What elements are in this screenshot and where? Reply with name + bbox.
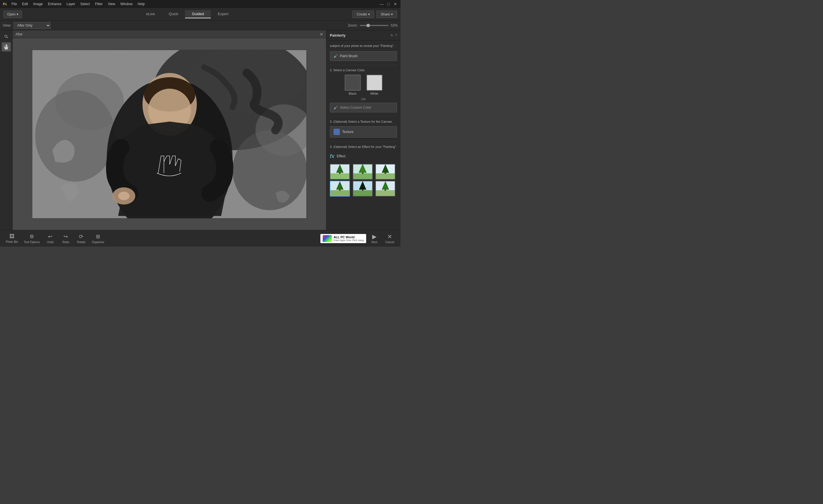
tool-options-button[interactable]: ⚙ Tool Options	[21, 232, 42, 245]
undo-icon: ↩	[48, 233, 52, 240]
mode-tabs: eLive Quick Guided Expert	[139, 10, 235, 18]
next-button[interactable]: ▶ Next	[368, 232, 380, 245]
redo-label: Redo	[62, 240, 69, 244]
redo-icon: ↪	[63, 233, 68, 240]
menu-edit[interactable]: Edit	[20, 1, 30, 7]
allpcworld-logo	[323, 235, 332, 242]
canvas-label: After	[15, 32, 23, 36]
bottom-toolbar: 🖼 Photo Bin ⚙ Tool Options ↩ Undo ↪ Redo…	[0, 230, 400, 246]
menu-help[interactable]: Help	[135, 1, 147, 7]
white-swatch-label: White	[370, 92, 378, 95]
tab-elive[interactable]: eLive	[139, 10, 162, 18]
left-toolbar	[0, 30, 13, 230]
redo-button[interactable]: ↪ Redo	[59, 232, 73, 245]
canvas-content[interactable]	[13, 38, 326, 230]
menu-file[interactable]: File	[9, 1, 19, 7]
cancel-button[interactable]: ✕ Cancel	[382, 232, 397, 245]
canvas-close-button[interactable]: ✕	[320, 32, 323, 37]
effect-thumbnails	[330, 164, 397, 196]
minimize-button[interactable]: —	[379, 2, 384, 6]
panel-title: Painterly	[330, 33, 346, 37]
effect-thumb-2[interactable]	[353, 164, 373, 180]
effect-thumb-5[interactable]	[353, 181, 373, 196]
menu-window[interactable]: Window	[118, 1, 135, 7]
hand-tool-button[interactable]	[2, 42, 11, 51]
menu-select[interactable]: Select	[78, 1, 92, 7]
share-dropdown-icon: ▾	[391, 12, 393, 16]
undo-button[interactable]: ↩ Undo	[43, 232, 57, 245]
view-select[interactable]: After Only Before Only Before & After - …	[13, 22, 51, 29]
svg-line-1	[7, 37, 8, 38]
menu-layer[interactable]: Layer	[64, 1, 77, 7]
step3-label: 3. (Optional) Select a Texture for the C…	[330, 120, 397, 124]
menu-filter[interactable]: Filter	[93, 1, 105, 7]
organizer-icon: ⊞	[96, 233, 100, 240]
brush-icon: 🖌	[334, 54, 338, 58]
effect-thumb-4[interactable]	[330, 181, 350, 196]
title-bar-left: Ps File Edit Image Enhance Layer Select …	[2, 1, 147, 7]
custom-color-button[interactable]: 🖌 Select Custom Color	[330, 103, 397, 113]
fx-icon: fx	[330, 153, 334, 159]
allpcworld-text: ALL PC World Free Apps One Click Away	[334, 235, 364, 242]
zoom-slider[interactable]	[360, 25, 388, 26]
svg-rect-15	[32, 50, 307, 218]
tab-expert[interactable]: Expert	[211, 10, 235, 18]
step4-label: 4. (Optional) Select an Effect for your …	[330, 145, 397, 149]
tab-quick[interactable]: Quick	[162, 10, 185, 18]
next-icon: ▶	[372, 233, 376, 240]
cancel-icon: ✕	[387, 233, 392, 240]
white-swatch-box[interactable]	[366, 75, 382, 91]
title-bar: Ps File Edit Image Enhance Layer Select …	[0, 0, 400, 8]
texture-button[interactable]: Texture	[330, 126, 397, 138]
swatch-white[interactable]: White	[366, 75, 382, 95]
photo-bin-icon: 🖼	[9, 233, 15, 239]
svg-point-0	[5, 35, 7, 37]
tool-options-label: Tool Options	[24, 240, 40, 244]
zoom-area: Zoom: 52%	[348, 23, 397, 27]
maximize-button[interactable]: □	[385, 2, 391, 6]
photo-bin-button[interactable]: 🖼 Photo Bin	[3, 232, 20, 244]
organizer-label: Organizer	[92, 240, 105, 244]
organizer-button[interactable]: ⊞ Organizer	[90, 232, 107, 245]
rotate-icon: ⟳	[79, 233, 83, 240]
divider-1	[330, 65, 397, 65]
close-button[interactable]: ✕	[392, 2, 398, 6]
window-controls: — □ ✕	[379, 2, 398, 6]
menu-bar: File Edit Image Enhance Layer Select Fil…	[9, 1, 147, 7]
tab-guided[interactable]: Guided	[185, 10, 211, 18]
zoom-value: 52%	[391, 23, 397, 27]
share-button[interactable]: Share ▾	[376, 11, 397, 18]
painterly-artwork	[32, 50, 307, 218]
color-swatches: Black White	[330, 75, 397, 95]
menu-view[interactable]: View	[106, 1, 118, 7]
swatch-black[interactable]: Black	[345, 75, 361, 95]
black-swatch-box[interactable]	[345, 75, 361, 91]
search-tool-button[interactable]	[2, 32, 11, 41]
paint-brush-button[interactable]: 🖌 Paint Brush	[330, 51, 397, 61]
menu-image[interactable]: Image	[31, 1, 45, 7]
help-icon[interactable]: ?	[395, 33, 397, 37]
custom-color-icon: 🖌	[334, 105, 338, 110]
rotate-button[interactable]: ⟳ Rotate	[74, 232, 89, 245]
effect-button[interactable]: fx Effect	[330, 152, 397, 161]
effect-thumb-3[interactable]	[375, 164, 395, 180]
rotate-label: Rotate	[77, 240, 85, 244]
divider-3	[330, 142, 397, 142]
open-button[interactable]: Open ▾	[3, 11, 22, 18]
zoom-label: Zoom:	[348, 23, 358, 27]
texture-icon	[334, 129, 340, 135]
panel-header: Painterly ↻ ?	[326, 30, 400, 41]
cancel-label: Cancel	[385, 240, 394, 244]
create-share-area: Create ▾ Share ▾	[352, 11, 397, 18]
create-button[interactable]: Create ▾	[352, 11, 374, 18]
texture-label: Texture	[342, 130, 353, 134]
refresh-icon[interactable]: ↻	[390, 33, 393, 37]
top-toolbar: Open ▾ eLive Quick Guided Expert Create …	[0, 8, 400, 21]
menu-enhance[interactable]: Enhance	[45, 1, 63, 7]
create-dropdown-icon: ▾	[368, 12, 370, 16]
effect-thumb-1[interactable]	[330, 164, 350, 180]
right-panel: Painterly ↻ ? subject of your photo to r…	[326, 30, 400, 230]
canvas-header: After ✕	[13, 30, 326, 38]
view-label: View:	[3, 23, 11, 27]
effect-thumb-6[interactable]	[375, 181, 395, 196]
